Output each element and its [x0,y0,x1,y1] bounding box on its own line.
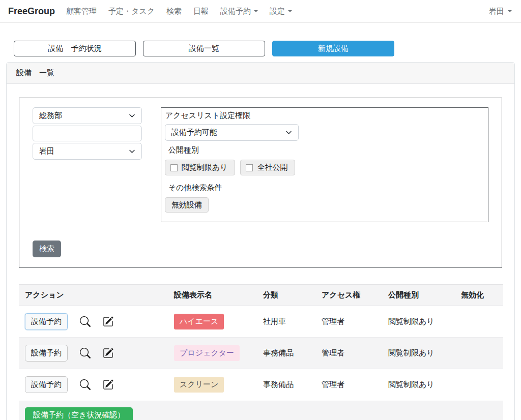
department-select[interactable]: 総務部 [33,107,142,124]
main-menu: 顧客管理 予定・タスク 検索 日報 設備予約 設定 [66,7,292,16]
chevron-down-icon [129,148,135,155]
checkbox-label: 閲覧制限あり [182,163,228,172]
table-header-row: アクション 設備表示名 分類 アクセス権 公開種別 無効化 [19,285,503,306]
department-select-value: 総務部 [39,111,62,121]
public-type-label: 公開種別 [168,145,482,155]
public-type-cell: 閲覧制限あり [382,369,455,401]
public-type-cell: 閲覧制限あり [382,338,455,369]
keyword-input[interactable] [33,126,142,141]
nav-item-equipment-reservation[interactable]: 設備予約 [220,7,258,16]
col-header-display-name: 設備表示名 [168,285,257,306]
access-list-title: アクセスリスト設定権限 [165,111,482,121]
availability-check-reserve-button[interactable]: 設備予約（空き状況確認） [25,407,133,420]
equipment-table: アクション 設備表示名 分類 アクセス権 公開種別 無効化 設備予約 [19,284,503,401]
reserve-equipment-button[interactable]: 設備予約 [25,313,68,330]
user-name: 岩田 [489,7,504,16]
access-list-fieldset: アクセスリスト設定権限 設備予約可能 公開種別 閲覧制限あり [161,107,488,222]
table-footer: 設備予約（空き状況確認） [19,401,503,420]
reserve-equipment-button[interactable]: 設備予約 [25,376,68,393]
edit-icon[interactable] [103,379,113,390]
search-icon[interactable] [80,316,91,327]
chevron-down-icon [288,10,292,12]
col-header-access-right: アクセス権 [315,285,382,306]
nav-item-label: 設定 [270,7,285,16]
checkbox-company-wide[interactable]: 全社公開 [240,160,295,175]
page-title: 設備 一覧 [16,68,54,77]
public-type-cell: 閲覧制限あり [382,306,455,338]
search-icon[interactable] [80,348,91,358]
access-cell: 管理者 [315,338,382,369]
access-cell: 管理者 [315,306,382,338]
disabled-cell [455,338,503,369]
nav-item-search[interactable]: 検索 [166,7,182,16]
disabled-equipment-button[interactable]: 無効設備 [165,197,209,213]
table-row: 設備予約 スクリーン 事務備品 管理者 閲覧制限あり [19,369,503,401]
checkbox-icon [170,164,178,171]
permission-select[interactable]: 設備予約可能 [165,124,299,141]
user-select-value: 岩田 [39,146,54,156]
chevron-down-icon [254,10,258,12]
other-conditions-label: その他検索条件 [168,183,482,193]
top-navbar: FreeGroup 顧客管理 予定・タスク 検索 日報 設備予約 設定 岩田 [0,0,521,23]
edit-icon[interactable] [103,348,113,358]
reserve-equipment-button[interactable]: 設備予約 [25,345,68,362]
equipment-name-badge[interactable]: プロジェクター [174,345,240,361]
chevron-down-icon [508,10,512,12]
col-header-disabled: 無効化 [455,285,503,306]
chevron-down-icon [285,129,292,136]
tab-equipment-reservation-status[interactable]: 設備 予約状況 [14,41,136,56]
search-left-column: 総務部 岩田 [33,107,142,160]
view-tabs: 設備 予約状況 設備一覧 新規設備 [14,41,515,56]
category-cell: 事務備品 [257,369,315,401]
nav-item-daily-report[interactable]: 日報 [193,7,209,16]
permission-select-value: 設備予約可能 [171,128,217,137]
equipment-name-badge[interactable]: スクリーン [174,377,224,393]
tab-equipment-list[interactable]: 設備一覧 [143,41,265,56]
chevron-down-icon [129,112,135,119]
disabled-cell [455,306,503,338]
card-header: 設備 一覧 [7,63,514,84]
tab-new-equipment[interactable]: 新規設備 [272,41,394,56]
search-icon[interactable] [80,379,91,390]
category-cell: 社用車 [257,306,315,338]
edit-icon[interactable] [103,316,113,327]
col-header-public-type: 公開種別 [382,285,455,306]
disabled-cell [455,369,503,401]
user-select[interactable]: 岩田 [33,143,142,160]
search-button[interactable]: 検索 [33,241,61,257]
checkbox-label: 全社公開 [257,163,287,172]
search-form: 総務部 岩田 アクセスリスト設定権限 [19,98,502,268]
nav-item-label: 設備予約 [220,7,251,16]
brand-logo[interactable]: FreeGroup [8,6,55,17]
checkbox-icon [246,164,253,171]
table-row: 設備予約 プロジェクター 事務備品 管理者 閲覧制限あり [19,338,503,369]
equipment-name-badge[interactable]: ハイエース [174,314,224,329]
equipment-list-card: 設備 一覧 総務部 岩田 [6,62,515,420]
access-cell: 管理者 [315,369,382,401]
nav-item-customer-management[interactable]: 顧客管理 [66,7,97,16]
col-header-action: アクション [19,285,168,306]
nav-item-schedule-tasks[interactable]: 予定・タスク [108,7,155,16]
category-cell: 事務備品 [257,338,315,369]
nav-item-settings[interactable]: 設定 [270,7,292,16]
table-row: 設備予約 ハイエース 社用車 管理者 閲覧制限あり [19,306,503,338]
col-header-category: 分類 [257,285,315,306]
checkbox-view-restricted[interactable]: 閲覧制限あり [165,160,236,175]
card-body: 総務部 岩田 アクセスリスト設定権限 [7,84,514,420]
user-menu[interactable]: 岩田 [489,7,512,16]
